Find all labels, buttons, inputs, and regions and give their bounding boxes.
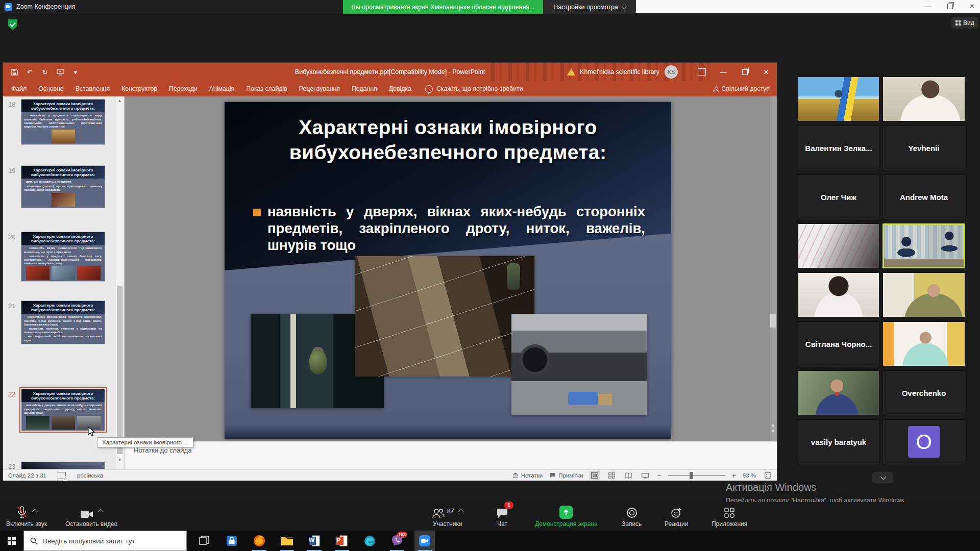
mic-options-caret-icon[interactable] [32, 509, 37, 514]
taskbar-icon-firefox[interactable] [249, 531, 270, 551]
ribbon-tab-анімація[interactable]: Анімація [209, 85, 234, 92]
slide-sorter-view-button[interactable] [606, 471, 617, 480]
windows-activation-watermark: Активація Windows Перейдіть до розділу "… [726, 482, 906, 504]
slide-thumbnail-21[interactable]: Характерні ознаки імовірного вибухонебез… [21, 301, 105, 344]
slide-scrollbar-thumb[interactable] [770, 314, 776, 328]
zoom-out-button[interactable]: − [657, 471, 661, 480]
taskbar-icon-zoom[interactable] [414, 531, 435, 551]
language-indicator[interactable]: російська [77, 472, 103, 479]
restore-button[interactable] [947, 4, 953, 9]
panel-scrollbar-thumb[interactable] [117, 286, 122, 454]
slide-thumbnail-20[interactable]: Характерні ознаки імовірного вибухонебез… [21, 232, 105, 281]
minimize-button[interactable]: — [924, 3, 931, 10]
participant-tile-9[interactable] [883, 272, 965, 317]
participant-tile-6[interactable] [798, 223, 879, 268]
slide-nav-buttons[interactable]: ▲▼ [770, 422, 776, 434]
participants-button[interactable]: 87 Участники [432, 505, 463, 528]
comments-toggle-button[interactable]: Примітки [549, 472, 583, 479]
chat-button[interactable]: 1 Чат [496, 505, 508, 528]
ribbon-tab-файл[interactable]: Файл [11, 85, 27, 92]
participant-tile-0[interactable] [798, 77, 879, 121]
unmute-button[interactable]: Включить звук [6, 505, 47, 528]
taskbar-icon-edge[interactable] [359, 531, 380, 551]
apps-label: Приложения [712, 520, 747, 528]
ribbon-tab-подання[interactable]: Подання [352, 85, 377, 92]
slide-vertical-scrollbar[interactable] [770, 96, 776, 441]
participant-tile-1[interactable] [883, 77, 965, 121]
participants-caret-icon[interactable] [458, 509, 464, 514]
tell-me-box[interactable]: Скажіть, що потрібно зробити [425, 85, 523, 93]
security-shield-icon[interactable] [8, 19, 17, 30]
zoom-in-button[interactable]: + [732, 471, 736, 480]
record-button[interactable]: Запись [622, 505, 642, 528]
participant-tile-13[interactable]: Overchenko [883, 370, 965, 415]
notes-pane[interactable]: Нотатки до слайда [125, 441, 777, 470]
view-settings-dropdown[interactable]: Настройки просмотра [543, 0, 636, 14]
current-slide[interactable]: Характерні ознаки імовірного вибухонебез… [225, 102, 671, 439]
participant-tile-4[interactable]: Олег Чиж [798, 174, 879, 219]
participant-tile-14[interactable]: vasily baratyuk [798, 419, 879, 464]
share-screen-button[interactable]: Демонстрация экрана [535, 505, 598, 528]
taskbar-icon-powerpoint[interactable]: P [332, 531, 352, 551]
ribbon-tab-основне[interactable]: Основне [38, 85, 64, 92]
participant-tile-2[interactable]: Валентин Зелка... [798, 126, 879, 170]
panel-scrollbar[interactable]: ▲ ▼ [116, 96, 124, 469]
fit-slide-button[interactable] [763, 471, 773, 480]
gallery-view-button[interactable]: Вид [951, 17, 978, 29]
participant-tile-8[interactable] [798, 272, 879, 317]
zoom-slider-thumb[interactable] [690, 472, 693, 479]
participant-tile-3[interactable]: Yevhenii [883, 126, 965, 170]
thumbnail-title-band: Характерні ознаки імовірного вибухонебез… [21, 301, 105, 314]
stop-video-button[interactable]: Остановить видео [65, 505, 117, 528]
reading-view-button[interactable] [623, 471, 633, 480]
taskbar-search[interactable]: Введіть пошуковий запит тут [23, 531, 187, 551]
ppt-close-button[interactable]: ✕ [755, 63, 777, 81]
ribbon-display-options-button[interactable] [691, 63, 713, 81]
participant-tile-7[interactable] [883, 223, 965, 268]
lightbulb-icon [425, 85, 433, 93]
ribbon-tab-переходи[interactable]: Переходи [169, 85, 198, 92]
ribbon-tab-рецензування[interactable]: Рецензування [299, 85, 340, 92]
participant-tile-11[interactable] [883, 321, 965, 366]
ppt-restore-button[interactable] [734, 63, 755, 81]
taskbar-icon-store[interactable] [222, 531, 242, 551]
start-button[interactable] [0, 531, 23, 551]
ppt-minimize-button[interactable]: — [713, 63, 734, 81]
save-icon[interactable] [10, 68, 18, 76]
ribbon-tab-вставлення[interactable]: Вставлення [76, 85, 110, 92]
apps-button[interactable]: Приложения [712, 505, 747, 528]
start-slideshow-icon[interactable] [56, 68, 64, 76]
notes-toggle-button[interactable]: Нотатки [512, 472, 543, 479]
zoom-percentage[interactable]: 93 % [743, 472, 756, 479]
scroll-up-icon[interactable]: ▲ [116, 96, 124, 105]
reactions-button[interactable]: Реакции [665, 505, 688, 528]
redo-icon[interactable]: ↻ [41, 68, 49, 76]
slide-thumbnail-18[interactable]: Характерні ознаки імовірного вибухонебез… [21, 99, 105, 144]
participant-tile-15[interactable]: O [883, 419, 965, 464]
account-avatar[interactable]: KS [665, 65, 678, 79]
undo-icon[interactable]: ↶ [26, 68, 34, 76]
participant-tile-12[interactable] [798, 370, 879, 415]
slide-thumbnail-22[interactable]: Характерні ознаки імовірного вибухонебез… [21, 389, 105, 431]
scroll-down-icon[interactable]: ▼ [116, 456, 124, 464]
zoom-slider[interactable] [668, 475, 725, 476]
account-name[interactable]: Khmel'nicka scientific library [580, 68, 659, 76]
taskbar-icon-explorer[interactable] [277, 531, 297, 551]
ribbon-tab-конструктор[interactable]: Конструктор [121, 85, 157, 92]
normal-view-button[interactable] [590, 471, 600, 480]
share-button[interactable]: Спільний доступ [713, 81, 770, 96]
slide-thumbnail-23[interactable] [21, 462, 105, 469]
close-button[interactable]: ✕ [969, 3, 975, 10]
participant-tile-5[interactable]: Andrew Mota [883, 174, 965, 219]
slide-thumbnail-19[interactable]: Характерні ознаки імовірного вибухонебез… [21, 166, 105, 208]
ribbon-tab-довідка[interactable]: Довідка [389, 85, 411, 92]
spellcheck-icon[interactable] [58, 472, 66, 479]
customize-qat-caret-icon[interactable]: ▾ [71, 68, 80, 76]
slideshow-view-button[interactable] [640, 471, 650, 480]
taskbar-icon-task-view[interactable] [194, 531, 214, 551]
participant-tile-10[interactable]: Світлана Чорно... [798, 321, 879, 366]
ribbon-tab-показ-слайдів[interactable]: Показ слайдів [246, 85, 287, 92]
video-options-caret-icon[interactable] [97, 509, 103, 514]
taskbar-icon-viber[interactable]: 183 [387, 531, 407, 551]
taskbar-icon-word[interactable]: W [304, 531, 325, 551]
